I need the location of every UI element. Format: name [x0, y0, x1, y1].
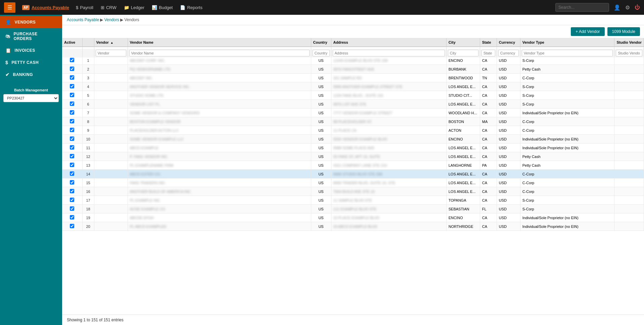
table-filter-row: [62, 47, 644, 56]
dollar-icon: $: [76, 5, 78, 10]
cell-city: LANGHORNE: [446, 161, 480, 170]
power-icon[interactable]: ⏻: [635, 4, 640, 10]
filter-state-input[interactable]: [481, 50, 495, 56]
filter-country-input[interactable]: [313, 50, 330, 56]
cell-num: 3: [82, 74, 94, 82]
nav-crw[interactable]: ⊞ CRW: [101, 5, 117, 10]
col-header-num: [82, 38, 94, 47]
active-checkbox[interactable]: [70, 206, 74, 211]
hamburger-button[interactable]: ☰: [4, 2, 15, 13]
breadcrumb-vendors-link[interactable]: Vendors: [104, 17, 119, 22]
active-checkbox[interactable]: [70, 215, 74, 219]
table-row[interactable]: 5 STUDIO SOME LTD. US 1234 FAKE BLVD., S…: [62, 91, 644, 100]
table-row[interactable]: 6 VENDOR LIST PL. US 9876 LIST AVE STE L…: [62, 100, 644, 109]
active-checkbox[interactable]: [70, 224, 74, 228]
cell-city: LOS ANGEL E...: [446, 178, 480, 187]
filter-city[interactable]: [446, 48, 480, 58]
filter-currency[interactable]: [497, 48, 520, 58]
table-row[interactable]: 17 PL EXAMPLE INC. US 11 SAMPLE BLVD STE…: [62, 196, 644, 205]
nav-payroll[interactable]: $ Payroll: [76, 5, 93, 10]
1099-module-button[interactable]: 1099 Module: [607, 27, 640, 36]
table-row[interactable]: 12 P. FAKE VENDOR INC. US 55 FAKE ST, AP…: [62, 152, 644, 161]
active-checkbox[interactable]: [70, 128, 74, 132]
cell-city: LOS ANGEL E...: [446, 187, 480, 196]
filter-city-input[interactable]: [448, 50, 478, 56]
active-checkbox[interactable]: [70, 198, 74, 202]
filter-vendor-type-input[interactable]: [522, 50, 613, 56]
active-checkbox[interactable]: [70, 119, 74, 123]
cell-vendor: [94, 196, 128, 205]
nav-logo[interactable]: AP Accounts Payable: [22, 5, 69, 10]
active-checkbox[interactable]: [70, 180, 74, 185]
active-checkbox[interactable]: [70, 163, 74, 167]
logo-label[interactable]: Accounts Payable: [32, 5, 69, 10]
table-row[interactable]: 9 PLACEHOLDER ACTON LLC US 11 PLACE LN. …: [62, 126, 644, 135]
nav-ledger[interactable]: 📁 Ledger: [124, 5, 144, 10]
table-row[interactable]: 13 PL EXAMPLENAME FIRM US 4321 COMPANY L…: [62, 161, 644, 170]
active-checkbox[interactable]: [70, 84, 74, 88]
table-row[interactable]: 8 BOSTON EXAMPLE VENDOR US 88 PLACEHOLDE…: [62, 117, 644, 126]
col-header-vendor[interactable]: Vendor ▲: [94, 38, 128, 47]
table-row[interactable]: 19 ABCDE EFGH US 22 PLACE EXAMPLE BLVD E…: [62, 213, 644, 222]
active-checkbox[interactable]: [70, 93, 74, 97]
filter-studio-input[interactable]: [616, 50, 642, 56]
filter-vendor-type[interactable]: [520, 48, 614, 58]
sidebar-item-petty-cash[interactable]: $ PETTY CASH: [0, 56, 62, 69]
cell-studio-vendor: [614, 205, 644, 213]
cell-address: 5555 VENDOR EXAMPLE BLVD: [331, 135, 446, 144]
filter-currency-input[interactable]: [498, 50, 519, 56]
sidebar-item-vendors[interactable]: 👤 VENDORS: [0, 16, 62, 28]
table-row[interactable]: 11 ABCD EXAMPLE US 9988 SOME PLACE AVE L…: [62, 144, 644, 152]
cell-vendor-type: Individual/Sole Proprietor (no EIN): [520, 213, 614, 222]
table-row[interactable]: 20 PL ABCD EXAMPLED US 33 ABCD EXAMPLE B…: [62, 222, 644, 231]
nav-search-input[interactable]: [555, 3, 609, 12]
filter-address-input[interactable]: [333, 50, 445, 56]
nav-reports[interactable]: 📄 Reports: [180, 5, 202, 10]
sidebar-item-invoices[interactable]: 📋 INVOICES: [0, 44, 62, 56]
vendors-table-container[interactable]: Active Vendor ▲ Vendor Name Country Addr…: [62, 38, 644, 315]
cell-active: [62, 91, 82, 100]
filter-name-input[interactable]: [129, 50, 310, 56]
cell-vendor-name: ABCD ESTER CO.: [128, 170, 311, 178]
active-checkbox[interactable]: [70, 189, 74, 193]
cell-state: CA: [480, 65, 497, 74]
filter-name[interactable]: [128, 48, 311, 58]
table-row[interactable]: 18 ACDE EXAMPLE CO. US 111 EXAMPLE BLVD …: [62, 205, 644, 213]
active-checkbox[interactable]: [70, 110, 74, 115]
active-checkbox[interactable]: [70, 171, 74, 176]
table-row[interactable]: 4 ANOTHER VENDOR SERVICE INC. US 9999 AN…: [62, 82, 644, 91]
col-header-address: Address: [331, 38, 446, 47]
cell-currency: USD: [497, 213, 520, 222]
cell-vendor-type: C-Corp: [520, 126, 614, 135]
table-row[interactable]: 2 PQ VENDORNAME LTD. US 9876 FAKESTREET …: [62, 65, 644, 74]
active-checkbox[interactable]: [70, 154, 74, 158]
filter-vendor-input[interactable]: [96, 50, 126, 56]
batch-select[interactable]: PP230427: [3, 94, 59, 102]
cell-vendor-name: ABCDE EFGH: [128, 213, 311, 222]
gear-icon[interactable]: ⚙: [625, 4, 630, 11]
table-row[interactable]: 15 FAKE TRADERS INC. US 8000 TRADER BLVD…: [62, 178, 644, 187]
breadcrumb-accounts-payable[interactable]: Accounts Payable: [67, 17, 99, 22]
table-row[interactable]: 14 ABCD ESTER CO. US 6666 STUDIO BLVD ST…: [62, 170, 644, 178]
table-row[interactable]: 16 ANOTHER BUILD OF AMERICA INC. US 7654…: [62, 187, 644, 196]
active-checkbox[interactable]: [70, 101, 74, 106]
cell-active: [62, 135, 82, 144]
sidebar-item-banking[interactable]: ✔ BANKING: [0, 69, 62, 81]
filter-vendor[interactable]: [94, 48, 128, 58]
active-checkbox[interactable]: [70, 145, 74, 150]
active-checkbox[interactable]: [70, 136, 74, 141]
active-checkbox[interactable]: [70, 75, 74, 80]
table-row[interactable]: 3 ABCDEF INC. US 321 SAMPLE RD BRENTWOOD…: [62, 74, 644, 82]
filter-address[interactable]: [331, 48, 446, 58]
user-icon[interactable]: 👤: [614, 4, 620, 11]
active-checkbox[interactable]: [70, 67, 74, 71]
table-row[interactable]: 7 SOME VENDOR & COMPANY VENDORS US 7777 …: [62, 109, 644, 117]
filter-studio-vendor[interactable]: [614, 48, 644, 58]
add-vendor-button[interactable]: + Add Vendor: [571, 27, 604, 36]
sidebar-item-purchase-orders[interactable]: 🛍 PURCHASE ORDERS: [0, 28, 62, 44]
active-checkbox[interactable]: [70, 58, 74, 62]
table-row[interactable]: 10 SOME VENDOR EXAMPLE LLC US 5555 VENDO…: [62, 135, 644, 144]
nav-budget[interactable]: 📊 Budget: [152, 5, 173, 10]
filter-country[interactable]: [311, 48, 331, 58]
filter-state[interactable]: [480, 48, 497, 58]
